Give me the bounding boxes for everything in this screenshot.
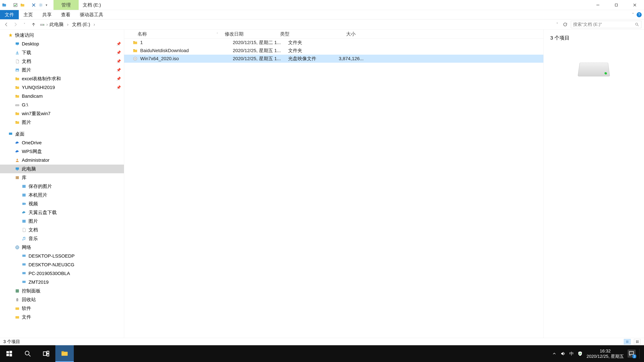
checkbox-icon[interactable] <box>13 3 18 7</box>
up-button[interactable] <box>30 21 37 28</box>
tree-network[interactable]: 网络 <box>0 243 124 252</box>
tree-software[interactable]: 软件 <box>0 304 124 313</box>
start-button[interactable] <box>0 345 18 362</box>
tree-wps[interactable]: WPS网盘 <box>0 147 124 156</box>
tree-label: 天翼云盘下载 <box>28 209 57 216</box>
tree-excel[interactable]: excel表格制作求和 📌 <box>0 74 124 83</box>
tree-music[interactable]: 音乐 <box>0 234 124 243</box>
taskbar-clock[interactable]: 16:32 2020/12/25, 星期五 <box>586 348 624 359</box>
security-icon[interactable] <box>578 351 583 356</box>
tree-pictures-lib[interactable]: 图片 <box>0 217 124 226</box>
tree-files[interactable]: 文件 <box>0 313 124 322</box>
pin-icon: 📌 <box>116 50 121 55</box>
file-row[interactable]: Win7x64_2020.iso2020/12/25, 星期五 1...光盘映像… <box>124 55 544 63</box>
cloud-icon <box>15 141 20 145</box>
ime-indicator[interactable]: 中 <box>569 351 574 357</box>
column-name[interactable]: 名称 ˄ <box>124 31 225 37</box>
tree-control-panel[interactable]: 控制面板 <box>0 287 124 295</box>
tree-net2[interactable]: DESKTOP-NJEU3CG <box>0 260 124 269</box>
tree-label: PC-20190530OBLA <box>28 271 70 276</box>
column-type[interactable]: 类型 <box>280 31 324 37</box>
address-dropdown-icon[interactable]: ˅ <box>555 22 560 27</box>
tree-libraries[interactable]: 库 <box>0 173 124 182</box>
breadcrumb-current[interactable]: 文档 (E:) <box>72 21 90 28</box>
column-date[interactable]: 修改日期 <box>225 31 280 37</box>
search-icon[interactable] <box>635 22 639 27</box>
computer-icon <box>15 167 20 171</box>
tree-net3[interactable]: PC-20190530OBLA <box>0 269 124 278</box>
svg-rect-71 <box>6 351 9 353</box>
nav-tree[interactable]: 快速访问 Desktop 📌 下载 📌 文档 📌 图片 📌 excel表格制作求… <box>0 29 124 338</box>
folder-icon[interactable] <box>20 3 25 7</box>
tab-drive-tools[interactable]: 驱动器工具 <box>75 10 108 19</box>
column-size[interactable]: 大小 <box>324 31 360 37</box>
ribbon-tabs: 文件 主页 共享 查看 驱动器工具 ˅ ? <box>0 10 644 19</box>
tree-downloads[interactable]: 下载 📌 <box>0 48 124 57</box>
search-input[interactable] <box>573 22 633 27</box>
tree-this-pc[interactable]: 此电脑 <box>0 165 124 173</box>
breadcrumb-chevron-icon[interactable]: › <box>92 22 97 27</box>
tree-videos[interactable]: 视频 <box>0 199 124 208</box>
gear-icon[interactable] <box>38 3 43 7</box>
tree-quick-access[interactable]: 快速访问 <box>0 31 124 39</box>
ribbon-expand-icon[interactable]: ˅ <box>632 12 634 17</box>
volume-icon[interactable] <box>560 351 566 356</box>
tree-net4[interactable]: ZMT2019 <box>0 278 124 287</box>
tab-home[interactable]: 主页 <box>19 10 38 19</box>
tree-net1[interactable]: DESKTOP-LSSOEDP <box>0 252 124 260</box>
tree-bandicam[interactable]: Bandicam <box>0 92 124 100</box>
file-row[interactable]: 12020/12/15, 星期二 1...文件夹 <box>124 38 544 46</box>
view-icons-button[interactable] <box>634 339 641 345</box>
chevron-down-icon[interactable]: ▾ <box>46 3 47 7</box>
history-dropdown-icon[interactable]: ˅ <box>21 21 28 28</box>
svg-rect-21 <box>16 42 19 44</box>
svg-rect-81 <box>62 351 64 352</box>
task-view-button[interactable] <box>37 345 55 362</box>
tree-win7[interactable]: win7重装win7 <box>0 109 124 118</box>
tab-view[interactable]: 查看 <box>56 10 75 19</box>
back-button[interactable] <box>3 21 10 28</box>
help-icon[interactable]: ? <box>636 12 642 17</box>
view-details-button[interactable] <box>624 339 630 345</box>
tree-documents[interactable]: 文档 📌 <box>0 57 124 66</box>
tree-camera[interactable]: 本机照片 <box>0 191 124 199</box>
tree-desktop-qa[interactable]: Desktop 📌 <box>0 39 124 48</box>
minimize-button[interactable] <box>589 0 607 10</box>
preview-pane: 3 个项目 <box>544 29 644 338</box>
tree-documents-lib[interactable]: 文档 <box>0 226 124 234</box>
tree-desktop[interactable]: 桌面 <box>0 130 124 138</box>
taskbar-explorer[interactable] <box>55 345 74 362</box>
search-box[interactable] <box>571 21 641 28</box>
tree-pictures2[interactable]: 图片 <box>0 118 124 127</box>
close-blue-icon[interactable] <box>32 3 36 7</box>
status-bar: 3 个项目 <box>0 338 644 345</box>
svg-rect-41 <box>16 176 16 179</box>
close-button[interactable] <box>626 0 644 10</box>
tree-admin[interactable]: Administrator <box>0 156 124 165</box>
folder-icon <box>15 306 20 311</box>
forward-button[interactable] <box>12 21 19 28</box>
show-desktop-button[interactable] <box>639 349 642 359</box>
taskbar-search[interactable] <box>18 345 37 362</box>
file-date: 2020/12/25, 星期五 1... <box>233 55 288 62</box>
file-row[interactable]: BaiduNetdiskDownload2020/12/25, 星期五 1...… <box>124 46 544 55</box>
breadcrumb-chevron-icon[interactable]: › <box>46 22 48 27</box>
breadcrumb-this-pc[interactable]: 此电脑 <box>50 21 64 28</box>
tab-share[interactable]: 共享 <box>38 10 56 19</box>
tree-tianyi[interactable]: 天翼云盘下载 <box>0 208 124 217</box>
breadcrumb-chevron-icon[interactable]: › <box>65 22 70 27</box>
tree-onedrive[interactable]: OneDrive <box>0 138 124 147</box>
tree-pictures-qa[interactable]: 图片 📌 <box>0 66 124 74</box>
contextual-tab-manage[interactable]: 管理 <box>54 0 79 10</box>
maximize-button[interactable] <box>607 0 626 10</box>
action-center-button[interactable]: 3 <box>628 350 636 358</box>
refresh-button[interactable] <box>561 22 569 27</box>
tree-recycle[interactable]: 回收站 <box>0 295 124 304</box>
svg-line-10 <box>40 4 40 4</box>
tab-file[interactable]: 文件 <box>0 10 19 19</box>
tree-saved-pics[interactable]: 保存的图片 <box>0 182 124 191</box>
tree-yunqishi[interactable]: YUNQISHI2019 📌 <box>0 83 124 92</box>
tray-chevron-up-icon[interactable] <box>552 351 556 356</box>
svg-rect-77 <box>44 352 46 356</box>
tree-g-drive[interactable]: G:\ <box>0 100 124 109</box>
